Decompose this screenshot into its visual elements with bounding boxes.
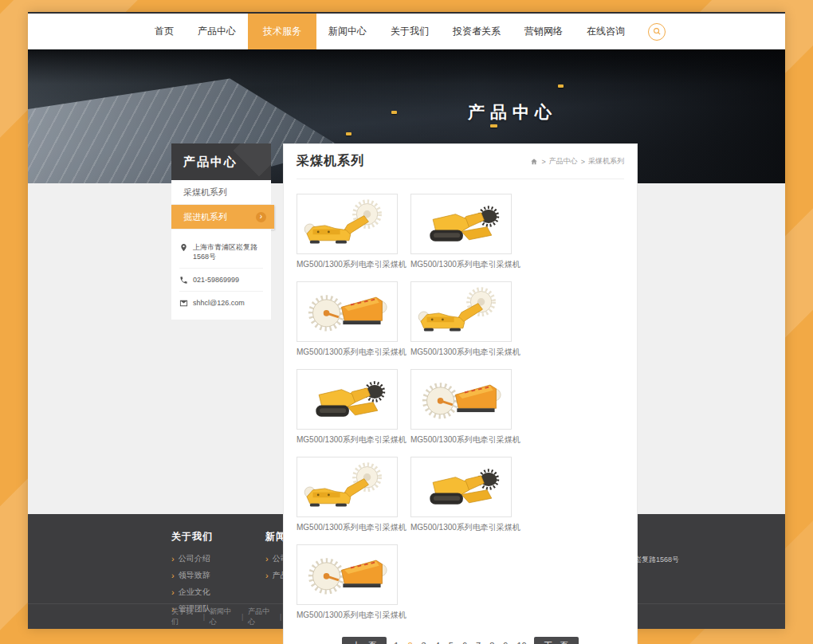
sidebar-item-shearer-series[interactable]: 采煤机系列	[171, 180, 271, 205]
gear-disc-machine-graphic	[300, 285, 395, 339]
sidebar-contact: 上海市青浦区崧复路1568号 021-59869999 shhcl@126.co…	[171, 230, 271, 320]
nav-item-investor-relations[interactable]: 投资者关系	[441, 14, 513, 49]
contact-phone: 021-59869999	[179, 269, 263, 292]
page-3[interactable]: 3	[420, 641, 428, 644]
roadheader-machine-graphic	[300, 372, 395, 426]
page-frame: 首页 产品中心 技术服务 新闻中心 关于我们 投资者关系 营销网络 在线咨询 产…	[28, 12, 785, 629]
pagination: 上一页 1 2 3 4 5 6 7 8 9 10 下一页	[297, 637, 624, 644]
product-title: MG500/1300系列电牵引采煤机	[410, 517, 512, 533]
product-title: MG500/1300系列电牵引采煤机	[410, 254, 512, 270]
search-button[interactable]	[648, 23, 666, 41]
gear-disc-machine-graphic	[300, 548, 395, 602]
search-icon	[653, 27, 662, 36]
product-image	[410, 194, 512, 254]
product-card[interactable]: MG500/1300系列电牵引采煤机	[297, 281, 398, 358]
product-title: MG500/1300系列电牵引采煤机	[297, 254, 398, 270]
page-5[interactable]: 5	[447, 641, 455, 644]
product-grid: MG500/1300系列电牵引采煤机 MG500/1300系列电牵引采煤机 MG…	[297, 179, 624, 621]
location-pin-icon	[179, 243, 188, 252]
chevron-right-icon: ›	[256, 212, 266, 222]
product-card[interactable]: MG500/1300系列电牵引采煤机	[410, 369, 512, 446]
product-image	[297, 544, 398, 605]
nav-item-home[interactable]: 首页	[143, 14, 186, 49]
main-panel: 采煤机系列 > 产品中心 > 采煤机系列 MG500/1300系列电牵引采煤机	[283, 143, 638, 644]
page-8[interactable]: 8	[488, 641, 496, 644]
address-text: 上海市青浦区崧复路1568号	[193, 242, 263, 261]
product-image	[297, 194, 398, 254]
home-icon[interactable]	[530, 158, 538, 166]
sidebar-item-label: 掘进机系列	[183, 211, 227, 223]
shearer-machine-graphic	[300, 460, 395, 514]
page-7[interactable]: 7	[474, 641, 482, 644]
product-title: MG500/1300系列电牵引采煤机	[297, 430, 398, 446]
phone-text: 021-59869999	[193, 275, 239, 285]
truck-graphic	[391, 111, 397, 114]
nav-item-news[interactable]: 新闻中心	[316, 14, 379, 49]
hero-title: 产品中心	[468, 101, 557, 124]
product-image	[410, 281, 512, 342]
product-title: MG500/1300系列电牵引采煤机	[297, 605, 398, 621]
nav-item-online-consult[interactable]: 在线咨询	[575, 14, 637, 49]
product-image	[297, 281, 398, 342]
content-area: 产品中心 采煤机系列 掘进机系列 › 上海市青浦区崧复路1568号	[28, 183, 785, 514]
breadcrumb: > 产品中心 > 采煤机系列	[530, 156, 624, 167]
product-image	[297, 369, 398, 430]
breadcrumb-sep: >	[541, 158, 545, 166]
product-card[interactable]: MG500/1300系列电牵引采煤机	[297, 457, 398, 533]
site-header: 首页 产品中心 技术服务 新闻中心 关于我们 投资者关系 营销网络 在线咨询	[28, 14, 785, 49]
shearer-machine-graphic	[300, 197, 395, 251]
nav-item-about[interactable]: 关于我们	[379, 14, 441, 49]
roadheader-machine-graphic	[414, 460, 509, 514]
sidebar-item-roadheader-series[interactable]: 掘进机系列 ›	[171, 205, 274, 230]
main-nav: 首页 产品中心 技术服务 新闻中心 关于我们 投资者关系 营销网络 在线咨询	[143, 14, 637, 49]
product-image	[410, 369, 512, 430]
sidebar-title: 产品中心	[171, 143, 271, 180]
page-1[interactable]: 1	[392, 641, 400, 644]
truck-graphic	[346, 132, 352, 135]
contact-email: shhcl@126.com	[179, 292, 263, 314]
sidebar-item-label: 采煤机系列	[183, 187, 227, 198]
sidebar-menu: 采煤机系列 掘进机系列 ›	[171, 180, 271, 230]
truck-graphic	[558, 84, 564, 88]
sidebar: 产品中心 采煤机系列 掘进机系列 › 上海市青浦区崧复路1568号	[171, 143, 271, 644]
product-title: MG500/1300系列电牵引采煤机	[410, 342, 512, 358]
page-6[interactable]: 6	[461, 641, 469, 644]
product-image	[410, 457, 512, 517]
page-10[interactable]: 10	[515, 641, 528, 644]
shearer-machine-graphic	[414, 285, 509, 339]
page-9[interactable]: 9	[501, 641, 509, 644]
product-card[interactable]: MG500/1300系列电牵引采煤机	[410, 457, 512, 533]
page-4[interactable]: 4	[434, 641, 442, 644]
roadheader-machine-graphic	[414, 197, 509, 251]
phone-icon	[179, 276, 188, 285]
truck-graphic	[490, 124, 497, 128]
nav-item-marketing-network[interactable]: 营销网络	[513, 14, 575, 49]
breadcrumb-current: 采煤机系列	[588, 156, 624, 167]
nav-item-tech-service[interactable]: 技术服务	[248, 14, 316, 49]
page-2-current[interactable]: 2	[406, 641, 414, 644]
panel-head: 采煤机系列 > 产品中心 > 采煤机系列	[297, 144, 624, 179]
page-title: 采煤机系列	[297, 153, 364, 170]
gear-disc-machine-graphic	[414, 372, 509, 426]
product-image	[297, 457, 398, 517]
product-title: MG500/1300系列电牵引采煤机	[410, 430, 512, 446]
product-card[interactable]: MG500/1300系列电牵引采煤机	[410, 194, 512, 270]
product-title: MG500/1300系列电牵引采煤机	[297, 342, 398, 358]
email-text: shhcl@126.com	[193, 298, 245, 308]
next-page-button[interactable]: 下一页	[534, 637, 579, 644]
breadcrumb-sep: >	[581, 158, 585, 166]
contact-address: 上海市青浦区崧复路1568号	[179, 236, 263, 269]
prev-page-button[interactable]: 上一页	[342, 637, 387, 644]
breadcrumb-products[interactable]: 产品中心	[549, 156, 578, 167]
product-card[interactable]: MG500/1300系列电牵引采煤机	[297, 544, 398, 621]
product-title: MG500/1300系列电牵引采煤机	[297, 517, 398, 533]
nav-item-products[interactable]: 产品中心	[186, 14, 248, 49]
product-card[interactable]: MG500/1300系列电牵引采煤机	[410, 281, 512, 358]
product-card[interactable]: MG500/1300系列电牵引采煤机	[297, 194, 398, 270]
product-card[interactable]: MG500/1300系列电牵引采煤机	[297, 369, 398, 446]
mail-icon	[179, 299, 188, 308]
